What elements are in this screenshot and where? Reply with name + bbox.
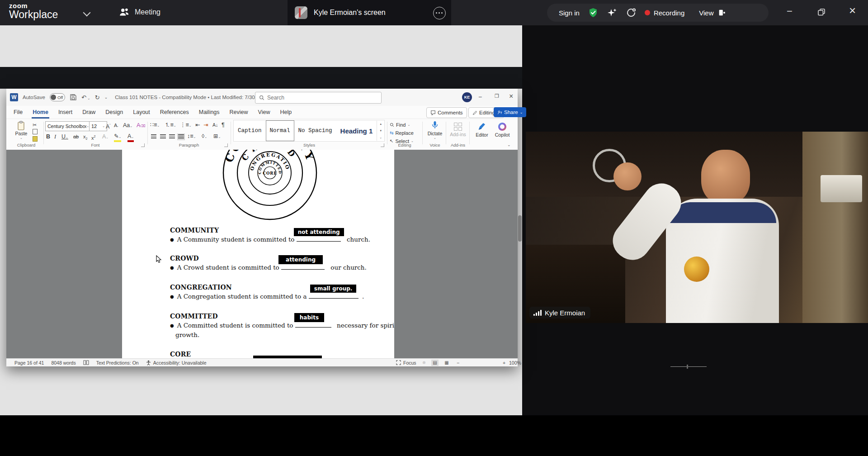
- zoom-out-button[interactable]: −: [457, 360, 459, 366]
- line-spacing-icon[interactable]: ↕≡⌄: [187, 133, 196, 140]
- tab-mailings[interactable]: Mailings: [198, 106, 221, 119]
- font-color-button[interactable]: A⌄: [127, 133, 134, 142]
- shading-icon[interactable]: ◊⌄: [202, 133, 207, 140]
- window-close-button[interactable]: ×: [849, 5, 856, 15]
- styles-dialog-launcher-icon[interactable]: [381, 143, 384, 147]
- window-restore-button[interactable]: [817, 8, 826, 16]
- tab-options-ellipsis-icon[interactable]: [433, 7, 446, 19]
- page-indicator[interactable]: Page 16 of 41: [14, 360, 44, 366]
- replace-button[interactable]: ⇆Replace: [390, 129, 414, 137]
- style-no-spacing[interactable]: No Spacing: [294, 120, 336, 141]
- cut-icon[interactable]: ✂: [33, 122, 37, 128]
- save-icon[interactable]: [70, 94, 77, 101]
- tab-help[interactable]: Help: [279, 106, 292, 119]
- undo-button[interactable]: ↶ ⌄: [81, 94, 90, 101]
- tab-view[interactable]: View: [257, 106, 271, 119]
- addins-grid-icon[interactable]: [454, 123, 462, 131]
- word-restore-button[interactable]: ❐: [495, 93, 499, 99]
- word-close-button[interactable]: ×: [509, 92, 513, 100]
- document-page[interactable]: COMMUNITY CROWD CONGREGATION COMMITTED C…: [122, 150, 394, 359]
- tab-home[interactable]: Home: [32, 106, 49, 119]
- dictate-mic-icon[interactable]: [431, 121, 439, 131]
- text-effects-icon[interactable]: A⌄: [102, 133, 108, 141]
- tab-references[interactable]: References: [159, 106, 190, 119]
- proofing-book-icon[interactable]: [83, 360, 89, 365]
- align-left-icon[interactable]: [151, 134, 156, 139]
- pilcrow-icon[interactable]: ¶: [222, 122, 225, 128]
- tab-layout[interactable]: Layout: [132, 106, 151, 119]
- share-scrollbar-thumb[interactable]: [518, 215, 522, 242]
- quick-access-chevron-icon[interactable]: ⌄: [104, 95, 108, 100]
- collapse-ribbon-chevron-icon[interactable]: ⌄: [507, 142, 511, 147]
- text-predictions[interactable]: Text Predictions: On: [96, 360, 139, 366]
- tab-review[interactable]: Review: [229, 106, 249, 119]
- security-shield-icon[interactable]: [588, 7, 599, 18]
- accessibility-status[interactable]: Accessibility: Unavailable: [146, 360, 207, 366]
- word-search-input[interactable]: Search: [255, 92, 382, 104]
- multilevel-list-icon[interactable]: ⋮≡⌄: [180, 122, 192, 129]
- change-case-icon[interactable]: Aa⌄: [123, 122, 132, 129]
- read-mode-view-icon[interactable]: ⌾: [420, 360, 428, 366]
- font-size-select[interactable]: 12⌄: [89, 121, 107, 131]
- justify-icon[interactable]: [178, 134, 184, 139]
- strikethrough-button[interactable]: ab: [73, 133, 79, 140]
- find-button[interactable]: Find⌄: [390, 121, 410, 128]
- borders-icon[interactable]: ⊞⌄: [213, 133, 221, 140]
- tab-insert[interactable]: Insert: [57, 106, 73, 119]
- format-painter-icon[interactable]: [33, 136, 38, 142]
- subscript-button[interactable]: x2: [83, 133, 87, 142]
- word-minimize-button[interactable]: −: [478, 93, 482, 100]
- view-button[interactable]: View: [699, 9, 726, 17]
- print-layout-view-icon[interactable]: ▤: [431, 360, 439, 366]
- editor-button[interactable]: Editor: [472, 119, 492, 150]
- clear-formatting-icon[interactable]: A⌫: [137, 122, 146, 129]
- styles-gallery-scroll[interactable]: ▴▾⌄: [377, 121, 384, 141]
- increase-indent-icon[interactable]: ⇥: [203, 122, 208, 128]
- zoom-in-button[interactable]: +: [503, 360, 505, 366]
- superscript-button[interactable]: x2: [91, 133, 95, 141]
- dictate-label[interactable]: Dictate: [425, 131, 445, 136]
- autosave-toggle[interactable]: Off: [50, 93, 65, 101]
- style-normal-selected[interactable]: Normal: [266, 120, 294, 141]
- zoom-slider[interactable]: [670, 366, 707, 367]
- tab-shared-screen[interactable]: Kyle Ermoian's screen: [288, 0, 451, 25]
- font-name-select[interactable]: Century Schoolbook⌄: [45, 121, 91, 131]
- bold-button[interactable]: B: [46, 133, 50, 140]
- focus-button[interactable]: Focus: [396, 360, 416, 366]
- word-count[interactable]: 8048 words: [51, 360, 75, 366]
- web-layout-view-icon[interactable]: ▦: [443, 360, 450, 366]
- screen-connect-icon[interactable]: [626, 7, 637, 18]
- align-center-icon[interactable]: [160, 134, 166, 139]
- workspace-chevron-down-icon[interactable]: [83, 9, 91, 17]
- font-dialog-launcher-icon[interactable]: [141, 143, 145, 147]
- italic-button[interactable]: I: [54, 133, 56, 140]
- numbering-icon[interactable]: ⒈≡⌄: [165, 122, 176, 129]
- zoom-slider-thumb[interactable]: [687, 365, 688, 369]
- sort-icon[interactable]: A↓: [212, 122, 218, 128]
- paragraph-dialog-launcher-icon[interactable]: [224, 143, 228, 147]
- share-button[interactable]: Share⌄: [494, 107, 526, 117]
- ai-companion-sparkle-icon[interactable]: [607, 7, 618, 18]
- decrease-indent-icon[interactable]: ⇤: [195, 122, 200, 128]
- highlight-color-button[interactable]: ✎⌄: [114, 133, 121, 142]
- account-avatar[interactable]: KE: [462, 92, 472, 102]
- underline-button[interactable]: U⌄: [61, 133, 68, 141]
- window-minimize-button[interactable]: −: [787, 6, 793, 16]
- align-right-icon[interactable]: [169, 134, 175, 139]
- style-caption[interactable]: Caption: [234, 120, 266, 141]
- tab-file[interactable]: File: [13, 106, 24, 119]
- paste-button[interactable]: Paste ⌄: [14, 121, 29, 140]
- tab-design[interactable]: Design: [104, 106, 124, 119]
- zoom-percentage[interactable]: 100%: [509, 360, 521, 366]
- style-heading1[interactable]: Heading 1: [336, 120, 377, 141]
- redo-button[interactable]: ↻: [95, 94, 100, 101]
- tab-draw[interactable]: Draw: [81, 106, 96, 119]
- copy-icon[interactable]: [33, 129, 38, 134]
- comments-button[interactable]: Comments: [426, 107, 467, 118]
- sign-in-button[interactable]: Sign in: [559, 9, 580, 17]
- tab-meeting[interactable]: Meeting: [118, 6, 160, 18]
- bullets-icon[interactable]: ∷≡⌄: [150, 122, 160, 129]
- participant-video-tile[interactable]: Kyle Ermoian: [526, 132, 868, 323]
- grow-font-icon[interactable]: Aˆ: [106, 122, 111, 130]
- shrink-font-icon[interactable]: Aˇ: [114, 122, 118, 131]
